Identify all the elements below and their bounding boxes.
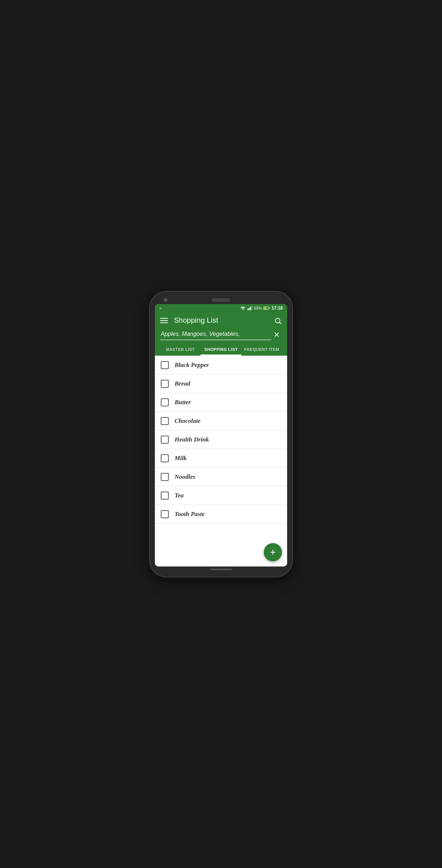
time-display: 17:18 xyxy=(271,306,283,311)
svg-rect-2 xyxy=(250,307,251,310)
list-item[interactable]: Noodles xyxy=(155,468,287,486)
status-bar: ⌁ 55% ⚡ xyxy=(155,304,287,312)
list-item[interactable]: Tooth Paste xyxy=(155,505,287,524)
svg-rect-0 xyxy=(248,308,248,310)
item-label-bread: Bread xyxy=(175,380,190,387)
list-item[interactable]: Butter xyxy=(155,393,287,412)
item-label-butter: Butter xyxy=(175,399,191,406)
phone-top-bar xyxy=(155,297,287,304)
checkbox-milk[interactable] xyxy=(161,454,169,462)
status-left: ⌁ xyxy=(159,306,162,311)
list-item[interactable]: Bread xyxy=(155,375,287,393)
battery-text: 55% xyxy=(254,306,262,310)
svg-line-8 xyxy=(279,322,281,324)
item-label-tea: Tea xyxy=(175,492,184,499)
list-item[interactable]: Tea xyxy=(155,486,287,505)
tab-frequent-item[interactable]: FREQUENT ITEM xyxy=(241,344,282,356)
checkbox-black-pepper[interactable] xyxy=(161,361,169,369)
menu-icon[interactable] xyxy=(160,318,168,323)
battery-icon: ⚡ xyxy=(263,306,270,310)
phone-screen: ⌁ 55% ⚡ xyxy=(155,304,287,566)
phone-shell: ⌁ 55% ⚡ xyxy=(150,292,292,577)
status-right: 55% ⚡ 17:18 xyxy=(240,306,283,311)
usb-icon: ⌁ xyxy=(159,306,162,311)
list-item[interactable]: Chocolate xyxy=(155,412,287,431)
tabs-row: MASTER LIST SHOPPING LIST FREQUENT ITEM xyxy=(160,341,282,356)
svg-rect-1 xyxy=(249,307,249,310)
list-item[interactable]: Milk xyxy=(155,449,287,468)
checkbox-tooth-paste[interactable] xyxy=(161,510,169,518)
item-label-chocolate: Chocolate xyxy=(175,417,201,425)
checkbox-butter[interactable] xyxy=(161,398,169,406)
svg-text:⚡: ⚡ xyxy=(265,307,267,310)
checkbox-bread[interactable] xyxy=(161,380,169,388)
phone-bottom xyxy=(155,566,287,572)
tab-shopping-list[interactable]: SHOPPING LIST xyxy=(201,344,241,356)
item-label-noodles: Noodles xyxy=(175,473,195,481)
item-label-tooth-paste: Tooth Paste xyxy=(175,511,205,518)
clear-icon[interactable]: ✕ xyxy=(271,329,282,341)
speaker xyxy=(212,298,230,302)
checkbox-health-drink[interactable] xyxy=(161,436,169,444)
add-item-button[interactable]: + xyxy=(264,543,282,561)
checkbox-tea[interactable] xyxy=(161,492,169,500)
item-label-black-pepper: Black Pepper xyxy=(175,361,209,369)
camera xyxy=(164,298,167,302)
app-header: Shopping List ✕ MASTER LIST SHOPPING LIS… xyxy=(155,312,287,356)
item-label-milk: Milk xyxy=(175,455,187,462)
tab-master-list[interactable]: MASTER LIST xyxy=(160,344,201,356)
home-indicator xyxy=(210,569,232,570)
svg-rect-3 xyxy=(251,306,252,310)
search-input[interactable] xyxy=(160,329,271,340)
list-item[interactable]: Black Pepper xyxy=(155,356,287,375)
checkbox-noodles[interactable] xyxy=(161,473,169,481)
list-area: Black Pepper Bread Butter Chocolate Heal… xyxy=(155,356,287,566)
app-title: Shopping List xyxy=(174,316,274,325)
search-icon[interactable] xyxy=(274,316,282,325)
search-row: ✕ xyxy=(160,329,282,341)
list-item[interactable]: Health Drink xyxy=(155,431,287,449)
header-row: Shopping List xyxy=(160,316,282,325)
item-label-health-drink: Health Drink xyxy=(175,436,209,443)
checkbox-chocolate[interactable] xyxy=(161,417,169,425)
wifi-icon xyxy=(240,306,246,311)
signal-icon xyxy=(247,306,252,311)
